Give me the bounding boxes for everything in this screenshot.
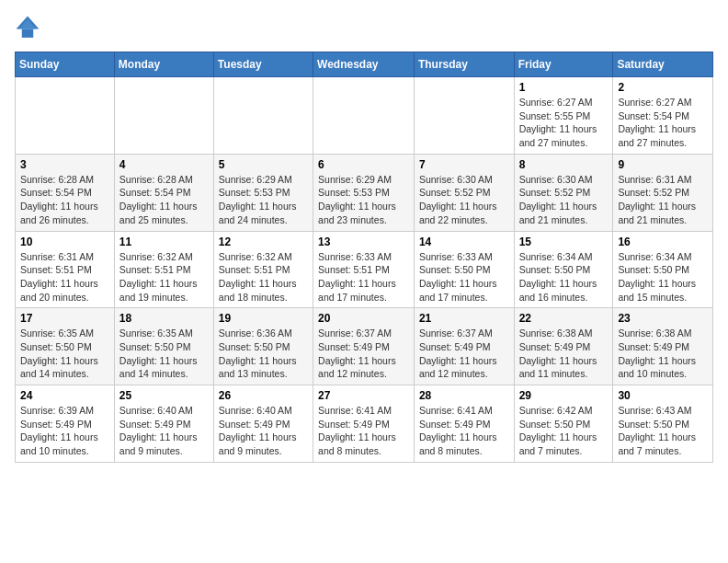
calendar-week-5: 24Sunrise: 6:39 AM Sunset: 5:49 PM Dayli… — [16, 385, 713, 463]
day-info: Sunrise: 6:39 AM Sunset: 5:49 PM Dayligh… — [20, 404, 109, 458]
day-info: Sunrise: 6:42 AM Sunset: 5:50 PM Dayligh… — [519, 404, 609, 458]
calendar-cell: 8Sunrise: 6:30 AM Sunset: 5:52 PM Daylig… — [514, 154, 613, 231]
calendar-cell: 12Sunrise: 6:32 AM Sunset: 5:51 PM Dayli… — [213, 231, 313, 308]
day-number: 3 — [20, 158, 109, 171]
day-info: Sunrise: 6:32 AM Sunset: 5:51 PM Dayligh… — [219, 250, 308, 304]
logo-icon — [15, 15, 40, 40]
day-header-tuesday: Tuesday — [213, 52, 313, 77]
calendar-cell: 7Sunrise: 6:30 AM Sunset: 5:52 PM Daylig… — [414, 154, 514, 231]
day-header-sunday: Sunday — [16, 52, 115, 77]
header — [15, 15, 713, 40]
day-info: Sunrise: 6:43 AM Sunset: 5:50 PM Dayligh… — [618, 404, 708, 458]
calendar-cell: 10Sunrise: 6:31 AM Sunset: 5:51 PM Dayli… — [16, 231, 115, 308]
calendar-cell: 2Sunrise: 6:27 AM Sunset: 5:54 PM Daylig… — [613, 77, 713, 155]
day-number: 28 — [419, 389, 509, 402]
calendar-cell: 17Sunrise: 6:35 AM Sunset: 5:50 PM Dayli… — [16, 308, 115, 385]
calendar-cell: 19Sunrise: 6:36 AM Sunset: 5:50 PM Dayli… — [213, 308, 313, 385]
calendar-cell: 6Sunrise: 6:29 AM Sunset: 5:53 PM Daylig… — [313, 154, 415, 231]
calendar-cell: 9Sunrise: 6:31 AM Sunset: 5:52 PM Daylig… — [613, 154, 713, 231]
day-number: 8 — [519, 158, 609, 171]
calendar-cell — [213, 77, 313, 155]
day-info: Sunrise: 6:28 AM Sunset: 5:54 PM Dayligh… — [119, 173, 209, 227]
day-number: 23 — [618, 312, 708, 325]
day-info: Sunrise: 6:37 AM Sunset: 5:49 PM Dayligh… — [419, 327, 509, 381]
day-info: Sunrise: 6:31 AM Sunset: 5:51 PM Dayligh… — [20, 250, 109, 304]
day-number: 14 — [419, 236, 509, 248]
calendar-week-3: 10Sunrise: 6:31 AM Sunset: 5:51 PM Dayli… — [16, 231, 713, 308]
day-info: Sunrise: 6:35 AM Sunset: 5:50 PM Dayligh… — [20, 327, 109, 381]
day-number: 11 — [119, 236, 209, 248]
day-info: Sunrise: 6:33 AM Sunset: 5:51 PM Dayligh… — [318, 250, 409, 304]
day-number: 24 — [20, 389, 109, 402]
calendar-cell: 23Sunrise: 6:38 AM Sunset: 5:49 PM Dayli… — [613, 308, 713, 385]
day-info: Sunrise: 6:38 AM Sunset: 5:49 PM Dayligh… — [519, 327, 609, 381]
day-number: 25 — [119, 389, 209, 402]
day-info: Sunrise: 6:41 AM Sunset: 5:49 PM Dayligh… — [318, 404, 409, 458]
day-number: 20 — [318, 312, 409, 325]
calendar-cell — [313, 77, 415, 155]
calendar-cell: 15Sunrise: 6:34 AM Sunset: 5:50 PM Dayli… — [514, 231, 613, 308]
day-number: 6 — [318, 158, 409, 171]
day-number: 13 — [318, 236, 409, 248]
day-number: 7 — [419, 158, 509, 171]
day-number: 15 — [519, 236, 609, 248]
calendar-cell: 28Sunrise: 6:41 AM Sunset: 5:49 PM Dayli… — [414, 385, 514, 463]
calendar-cell: 4Sunrise: 6:28 AM Sunset: 5:54 PM Daylig… — [114, 154, 213, 231]
day-number: 1 — [519, 81, 609, 94]
day-header-thursday: Thursday — [414, 52, 514, 77]
day-info: Sunrise: 6:34 AM Sunset: 5:50 PM Dayligh… — [519, 250, 609, 304]
calendar-cell: 29Sunrise: 6:42 AM Sunset: 5:50 PM Dayli… — [514, 385, 613, 463]
day-number: 12 — [219, 236, 308, 248]
day-number: 2 — [618, 81, 708, 94]
calendar-cell: 26Sunrise: 6:40 AM Sunset: 5:49 PM Dayli… — [213, 385, 313, 463]
day-number: 4 — [119, 158, 209, 171]
calendar-cell: 24Sunrise: 6:39 AM Sunset: 5:49 PM Dayli… — [16, 385, 115, 463]
logo — [15, 15, 44, 40]
day-info: Sunrise: 6:40 AM Sunset: 5:49 PM Dayligh… — [219, 404, 308, 458]
day-number: 9 — [618, 158, 708, 171]
calendar-cell — [114, 77, 213, 155]
calendar-cell: 11Sunrise: 6:32 AM Sunset: 5:51 PM Dayli… — [114, 231, 213, 308]
calendar-cell — [16, 77, 115, 155]
day-info: Sunrise: 6:29 AM Sunset: 5:53 PM Dayligh… — [318, 173, 409, 227]
day-info: Sunrise: 6:36 AM Sunset: 5:50 PM Dayligh… — [219, 327, 308, 381]
day-number: 18 — [119, 312, 209, 325]
calendar-cell: 14Sunrise: 6:33 AM Sunset: 5:50 PM Dayli… — [414, 231, 514, 308]
day-info: Sunrise: 6:37 AM Sunset: 5:49 PM Dayligh… — [318, 327, 409, 381]
calendar-cell: 13Sunrise: 6:33 AM Sunset: 5:51 PM Dayli… — [313, 231, 415, 308]
calendar-cell: 3Sunrise: 6:28 AM Sunset: 5:54 PM Daylig… — [16, 154, 115, 231]
calendar-week-1: 1Sunrise: 6:27 AM Sunset: 5:55 PM Daylig… — [16, 77, 713, 155]
calendar-cell: 21Sunrise: 6:37 AM Sunset: 5:49 PM Dayli… — [414, 308, 514, 385]
day-header-wednesday: Wednesday — [313, 52, 415, 77]
calendar-cell — [414, 77, 514, 155]
day-info: Sunrise: 6:27 AM Sunset: 5:55 PM Dayligh… — [519, 96, 609, 150]
day-info: Sunrise: 6:33 AM Sunset: 5:50 PM Dayligh… — [419, 250, 509, 304]
day-info: Sunrise: 6:28 AM Sunset: 5:54 PM Dayligh… — [20, 173, 109, 227]
day-number: 19 — [219, 312, 308, 325]
calendar-cell: 27Sunrise: 6:41 AM Sunset: 5:49 PM Dayli… — [313, 385, 415, 463]
day-info: Sunrise: 6:30 AM Sunset: 5:52 PM Dayligh… — [419, 173, 509, 227]
day-header-saturday: Saturday — [613, 52, 713, 77]
day-info: Sunrise: 6:31 AM Sunset: 5:52 PM Dayligh… — [618, 173, 708, 227]
day-info: Sunrise: 6:38 AM Sunset: 5:49 PM Dayligh… — [618, 327, 708, 381]
day-number: 22 — [519, 312, 609, 325]
day-header-friday: Friday — [514, 52, 613, 77]
day-number: 21 — [419, 312, 509, 325]
svg-rect-2 — [22, 29, 33, 38]
calendar-cell: 5Sunrise: 6:29 AM Sunset: 5:53 PM Daylig… — [213, 154, 313, 231]
day-info: Sunrise: 6:30 AM Sunset: 5:52 PM Dayligh… — [519, 173, 609, 227]
calendar-cell: 30Sunrise: 6:43 AM Sunset: 5:50 PM Dayli… — [613, 385, 713, 463]
day-number: 27 — [318, 389, 409, 402]
calendar-table: SundayMondayTuesdayWednesdayThursdayFrid… — [15, 52, 713, 463]
day-number: 26 — [219, 389, 308, 402]
calendar-cell: 25Sunrise: 6:40 AM Sunset: 5:49 PM Dayli… — [114, 385, 213, 463]
day-info: Sunrise: 6:41 AM Sunset: 5:49 PM Dayligh… — [419, 404, 509, 458]
calendar-cell: 18Sunrise: 6:35 AM Sunset: 5:50 PM Dayli… — [114, 308, 213, 385]
day-number: 5 — [219, 158, 308, 171]
day-number: 29 — [519, 389, 609, 402]
day-info: Sunrise: 6:32 AM Sunset: 5:51 PM Dayligh… — [119, 250, 209, 304]
day-info: Sunrise: 6:34 AM Sunset: 5:50 PM Dayligh… — [618, 250, 708, 304]
day-number: 17 — [20, 312, 109, 325]
day-info: Sunrise: 6:40 AM Sunset: 5:49 PM Dayligh… — [119, 404, 209, 458]
calendar-cell: 22Sunrise: 6:38 AM Sunset: 5:49 PM Dayli… — [514, 308, 613, 385]
